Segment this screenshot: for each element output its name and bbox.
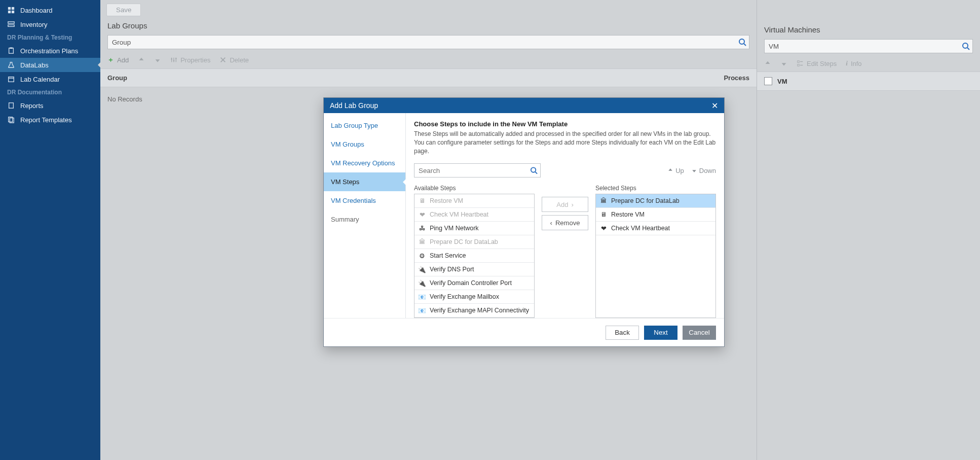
sliders-icon [170, 56, 177, 63]
dc-icon: 🏛 [419, 238, 426, 245]
item-label: Restore VM [611, 211, 645, 218]
close-icon[interactable]: ✕ [711, 101, 718, 111]
next-button[interactable]: Next [644, 326, 677, 340]
lab-groups-search [107, 35, 749, 49]
item-label: Check VM Heartbeat [611, 225, 670, 232]
list-item[interactable]: ⚙Start Service [414, 249, 534, 263]
properties-label: Properties [180, 56, 210, 64]
up-label: Up [675, 167, 684, 174]
inventory-icon [7, 20, 15, 28]
list-item[interactable]: 📧Verify Exchange Mailbox [414, 290, 534, 304]
svg-line-30 [535, 172, 537, 174]
move-up-button[interactable]: Up [667, 167, 684, 174]
svg-rect-25 [798, 61, 800, 63]
modal-footer: Back Next Cancel [324, 318, 724, 346]
add-step-label: Add [556, 201, 568, 208]
select-all-checkbox[interactable] [764, 77, 772, 85]
info-button[interactable]: i Info [846, 59, 861, 67]
sidebar-item-dashboard[interactable]: Dashboard [0, 3, 100, 17]
restore-icon: 🖥 [600, 211, 607, 218]
list-item[interactable]: 🖥Restore VM [414, 194, 534, 208]
nav-vm-credentials[interactable]: VM Credentials [324, 191, 405, 210]
list-item[interactable]: 🔌Verify Domain Controller Port [414, 276, 534, 290]
sidebar-item-orchestration-plans[interactable]: Orchestration Plans [0, 44, 100, 58]
nav-lab-group-type[interactable]: Lab Group Type [324, 116, 405, 135]
delete-label: Delete [230, 56, 249, 64]
heartbeat-icon: ❤ [600, 225, 607, 232]
svg-point-29 [531, 168, 536, 172]
sidebar: Dashboard Inventory DR Planning & Testin… [0, 0, 100, 460]
vm-search-input[interactable] [764, 39, 973, 53]
properties-button[interactable]: Properties [170, 56, 210, 64]
sidebar-item-label: Inventory [20, 21, 47, 28]
list-item[interactable]: 🏛Prepare DC for DataLab [414, 235, 534, 249]
sidebar-item-report-templates[interactable]: Report Templates [0, 113, 100, 127]
lab-groups-toolbar: ＋Add Properties Delete [100, 51, 757, 68]
list-item[interactable]: 🔌Verify DNS Port [414, 263, 534, 276]
sidebar-item-lab-calendar[interactable]: Lab Calendar [0, 72, 100, 86]
dashboard-icon [7, 6, 15, 14]
lab-groups-table-header: Group Process [100, 68, 757, 87]
delete-button[interactable]: Delete [219, 56, 249, 64]
add-step-button[interactable]: Add › [542, 197, 588, 212]
remove-step-button[interactable]: ‹ Remove [542, 215, 588, 230]
heartbeat-icon: ❤ [419, 211, 426, 218]
svg-rect-2 [8, 11, 11, 13]
vm-move-up-button[interactable] [764, 60, 771, 67]
available-steps-list[interactable]: 🖥Restore VM ❤Check VM Heartbeat 🖧Ping VM… [414, 194, 535, 318]
sidebar-item-inventory[interactable]: Inventory [0, 17, 100, 31]
item-label: Check VM Heartbeat [430, 211, 488, 218]
save-button[interactable]: Save [106, 4, 141, 16]
calendar-icon [7, 75, 15, 83]
list-item[interactable]: ❤Check VM Heartbeat [414, 208, 534, 222]
selected-steps-column: Selected Steps 🏛Prepare DC for DataLab 🖥… [595, 185, 716, 318]
search-icon[interactable] [530, 167, 538, 174]
col-group: Group [107, 74, 704, 82]
modal-description: These Steps will be automatically added … [414, 130, 716, 155]
svg-rect-8 [9, 77, 14, 82]
list-item[interactable]: ❤Check VM Heartbeat [596, 222, 715, 235]
modal-title: Add Lab Group [330, 101, 378, 110]
search-icon[interactable] [962, 42, 970, 50]
steps-icon [797, 60, 804, 67]
item-label: Ping VM Network [430, 225, 479, 232]
svg-point-23 [963, 43, 968, 48]
sidebar-item-reports[interactable]: Reports [0, 98, 100, 113]
nav-vm-recovery-options[interactable]: VM Recovery Options [324, 154, 405, 172]
search-icon[interactable] [738, 38, 746, 46]
exchange-icon: 📧 [419, 293, 426, 300]
move-up-button[interactable] [138, 56, 145, 63]
list-item[interactable]: 🖧Ping VM Network [414, 222, 534, 235]
port-icon: 🔌 [419, 266, 426, 273]
nav-vm-steps[interactable]: VM Steps [324, 172, 405, 191]
move-down-button[interactable]: Down [691, 167, 716, 174]
cancel-button[interactable]: Cancel [683, 326, 716, 340]
selected-steps-list[interactable]: 🏛Prepare DC for DataLab 🖥Restore VM ❤Che… [595, 194, 716, 318]
steps-search-input[interactable] [414, 163, 541, 178]
remove-step-label: Remove [555, 219, 580, 227]
item-label: Verify DNS Port [430, 266, 474, 273]
vm-move-down-button[interactable] [780, 60, 787, 67]
list-item[interactable]: 📧Verify Exchange MAPI Connectivity [414, 304, 534, 317]
list-item[interactable]: 🖥Restore VM [596, 208, 715, 222]
edit-steps-button[interactable]: Edit Steps [797, 60, 837, 67]
item-label: Verify Exchange MAPI Connectivity [430, 307, 529, 314]
available-steps-label: Available Steps [414, 185, 535, 192]
modal-header: Add Lab Group ✕ [324, 98, 724, 113]
lab-groups-search-input[interactable] [107, 35, 749, 49]
svg-rect-26 [798, 64, 800, 66]
flask-icon [7, 61, 15, 69]
back-button[interactable]: Back [606, 326, 639, 340]
info-label: Info [851, 60, 862, 67]
nav-summary[interactable]: Summary [324, 210, 405, 229]
list-item[interactable]: 🏛Prepare DC for DataLab [596, 194, 715, 208]
transfer-buttons: Add › ‹ Remove [542, 185, 588, 318]
nav-vm-groups[interactable]: VM Groups [324, 135, 405, 154]
move-down-button[interactable] [154, 56, 161, 63]
dc-icon: 🏛 [600, 197, 607, 204]
x-icon [219, 56, 227, 63]
svg-point-18 [171, 58, 172, 60]
down-label: Down [699, 167, 716, 174]
sidebar-item-datalabs[interactable]: DataLabs [0, 58, 100, 72]
add-button[interactable]: ＋Add [107, 55, 129, 64]
